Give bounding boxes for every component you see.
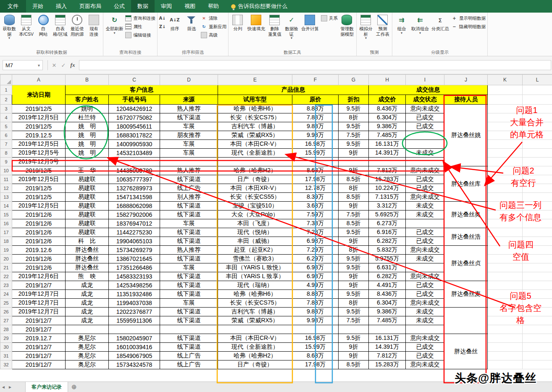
cell-C9[interactable]	[109, 158, 160, 166]
cell-B30[interactable]: 奥尼尔	[66, 343, 109, 352]
cell-H14[interactable]: 3.312万	[369, 202, 406, 210]
cell-H3[interactable]: 8.436万	[369, 105, 406, 113]
get-data-button[interactable]: 获取数据▾	[1, 13, 18, 39]
cell-L30[interactable]	[523, 343, 552, 352]
cell-I30[interactable]: 已成交	[406, 343, 444, 352]
cell-B19[interactable]: 胖达叠丝	[66, 246, 109, 255]
cell-H7[interactable]: 16.131万	[369, 140, 406, 149]
cell-D9[interactable]	[160, 158, 218, 166]
cell-A20[interactable]: 2019/12/6	[12, 255, 66, 263]
cell-C12[interactable]: 13276289973	[109, 184, 160, 193]
cell-K14[interactable]	[488, 202, 523, 210]
cell-J14[interactable]: 胖达叠丝奥	[444, 202, 488, 228]
cell-A28[interactable]: 2019/12/7	[12, 325, 66, 334]
row-header-27[interactable]: 27	[0, 316, 12, 325]
cell-C28[interactable]	[109, 325, 160, 334]
cell-L28[interactable]	[523, 325, 552, 334]
tell-me-box[interactable]: 告诉我你想要做什么	[231, 0, 287, 13]
cell-B3[interactable]: 姚明	[66, 105, 109, 113]
row-header-20[interactable]: 20	[0, 255, 12, 263]
cell-D25[interactable]: 车展	[160, 299, 218, 308]
sheet-tab-active[interactable]: 客户来访记录	[25, 382, 68, 392]
cell-A14[interactable]: 2019年12月5日	[12, 202, 66, 210]
what-if-analysis-button[interactable]: 模拟分析▾	[357, 13, 374, 39]
cell-L15[interactable]	[523, 210, 552, 219]
column-header-K[interactable]: K	[488, 75, 523, 85]
manage-data-model-button[interactable]: 管理数据模型	[339, 13, 355, 37]
cell-A32[interactable]: 2019/12/7	[12, 360, 66, 369]
cell-F18[interactable]: 6.98万	[292, 237, 339, 246]
cell-B11[interactable]: 易建联	[66, 175, 109, 184]
cell-C14[interactable]: 16888062098	[109, 202, 160, 210]
cell-A8[interactable]: 2019年12月5号	[12, 149, 66, 158]
cell-B8[interactable]: 姚 明	[66, 149, 109, 158]
group-button[interactable]: ⇉组合▾	[393, 13, 410, 34]
advanced-button[interactable]: 高级	[201, 32, 226, 39]
cell-L23[interactable]	[523, 281, 552, 290]
cell-G18[interactable]: 9折	[339, 237, 369, 246]
cell-K26[interactable]	[488, 308, 523, 316]
row-header-18[interactable]: 18	[0, 237, 12, 246]
hide-detail-button[interactable]: −隐藏明细数据	[451, 23, 486, 30]
row-header-7[interactable]: 7	[0, 140, 12, 149]
name-box-dropdown-icon[interactable]: ▾	[38, 63, 40, 68]
cell-I2[interactable]: 成交状态	[406, 95, 444, 105]
cell-A4[interactable]: 2019年12月5日	[12, 113, 66, 122]
cell-H24[interactable]: 8.436万	[369, 290, 406, 299]
cell-J19[interactable]: 胖达叠丝贞	[444, 246, 488, 281]
cell-D29[interactable]: 线下渠道	[160, 334, 218, 343]
cell-B24[interactable]: 成龙	[66, 290, 109, 299]
row-header-11[interactable]: 11	[0, 175, 12, 184]
row-header-31[interactable]: 31	[0, 352, 12, 360]
cell-L31[interactable]	[523, 352, 552, 360]
cell-K31[interactable]	[488, 352, 523, 360]
ribbon-tab-文件[interactable]: 文件	[0, 0, 26, 13]
cell-L3[interactable]	[523, 105, 552, 113]
cell-I21[interactable]	[406, 263, 444, 272]
cell-H6[interactable]: 7.485万	[369, 131, 406, 140]
cell-B22[interactable]: 熊 映	[66, 272, 109, 281]
cell-E30[interactable]: 现代（全新途胜）	[218, 343, 292, 352]
cell-D32[interactable]: 线上广告	[160, 360, 218, 369]
cell-F7[interactable]: 16.98万	[292, 140, 339, 149]
cell-A15[interactable]: 2019/12/6	[12, 210, 66, 219]
cell-B13[interactable]: 易建联	[66, 193, 109, 202]
cell-G6[interactable]: 7.5折	[339, 131, 369, 140]
cell-F24[interactable]: 8.88万	[292, 290, 339, 299]
cell-D24[interactable]: 线下渠道	[160, 290, 218, 299]
cell-F2[interactable]: 原价	[292, 95, 339, 105]
cell-F4[interactable]: 7.88万	[292, 113, 339, 122]
cell-E23[interactable]: 现代（瑞纳）	[218, 281, 292, 290]
cell-L7[interactable]	[523, 140, 552, 149]
formula-input[interactable]	[79, 60, 551, 70]
cell-K5[interactable]	[488, 122, 523, 131]
cell-K12[interactable]	[488, 184, 523, 193]
cell-G24[interactable]: 9.5折	[339, 290, 369, 299]
cell-I32[interactable]: 意向未成交	[406, 360, 444, 369]
cell-B27[interactable]: 成龙	[66, 316, 109, 325]
cell-L24[interactable]	[523, 290, 552, 299]
column-header-I[interactable]: I	[406, 75, 444, 85]
cell-G21[interactable]: 9.5折	[339, 263, 369, 272]
cell-C31[interactable]: 18549067905	[109, 352, 160, 360]
ribbon-tab-审阅[interactable]: 审阅	[155, 0, 178, 13]
enter-icon[interactable]: ✓	[59, 62, 68, 68]
row-header-17[interactable]: 17	[0, 228, 12, 237]
show-detail-button[interactable]: +显示明细数据	[451, 15, 486, 22]
cell-H28[interactable]	[369, 325, 406, 334]
ribbon-tab-页面布局[interactable]: 页面布局	[73, 0, 108, 13]
cell-B7[interactable]: 姚 明	[66, 140, 109, 149]
row-header-2[interactable]: 2	[0, 95, 12, 105]
cell-D21[interactable]: 车展	[160, 263, 218, 272]
cell-K24[interactable]	[488, 290, 523, 299]
cell-E16[interactable]: 本田（飞度）	[218, 219, 292, 228]
cell-A3[interactable]: 2019/12/5	[12, 105, 66, 113]
row-header-24[interactable]: 24	[0, 290, 12, 299]
cell-F31[interactable]: 8.68万	[292, 352, 339, 360]
cell-J17[interactable]: 胖达叠丝浩	[444, 228, 488, 246]
cell-L17[interactable]	[523, 228, 552, 237]
cell-E1[interactable]: 产品信息	[218, 85, 369, 95]
cell-E26[interactable]: 吉利汽车（博越）	[218, 308, 292, 316]
queries-connections-button[interactable]: 查询和连接	[125, 15, 155, 22]
cell-D26[interactable]: 线下渠道	[160, 308, 218, 316]
